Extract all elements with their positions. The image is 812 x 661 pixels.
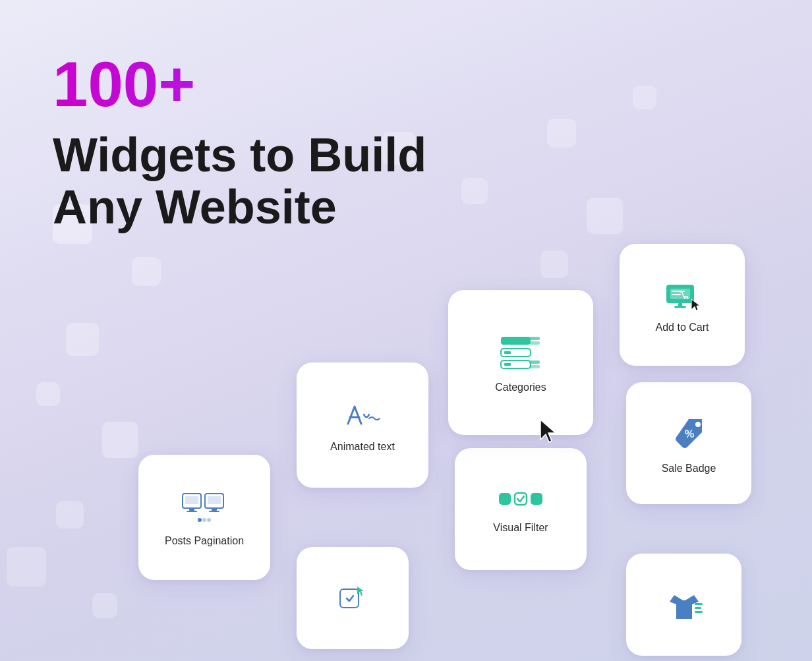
decorative-square-5 — [56, 501, 84, 529]
widget-card-bottom-right[interactable] — [626, 554, 741, 656]
svg-rect-35 — [695, 607, 701, 609]
widget-card-categories[interactable]: Categories — [448, 290, 593, 435]
tshirt-icon — [664, 590, 704, 623]
svg-rect-31 — [515, 493, 527, 505]
svg-rect-10 — [185, 496, 198, 504]
svg-point-18 — [202, 518, 206, 522]
svg-rect-11 — [189, 508, 194, 511]
svg-rect-7 — [529, 360, 540, 364]
hero-number: 100+ — [53, 53, 426, 116]
svg-rect-0 — [501, 337, 531, 345]
svg-rect-23 — [672, 294, 681, 295]
widget-card-posts-pagination[interactable]: Posts Pagination — [138, 455, 270, 580]
svg-rect-33 — [340, 589, 359, 608]
widget-card-add-to-cart[interactable]: Add to Cart — [620, 244, 745, 366]
hero-subtitle: Widgets to Build Any Website — [53, 129, 426, 233]
svg-rect-2 — [504, 351, 511, 354]
svg-rect-27 — [674, 306, 686, 308]
decorative-square-4 — [102, 422, 138, 458]
svg-rect-8 — [529, 365, 540, 368]
svg-point-24 — [683, 297, 685, 299]
categories-icon — [498, 334, 544, 374]
categories-label: Categories — [495, 382, 546, 393]
posts-pagination-icon — [181, 491, 227, 527]
decorative-square-3 — [36, 382, 60, 406]
decorative-square-1 — [132, 257, 161, 286]
decorative-square-12 — [587, 198, 623, 234]
main-container: 100+ Widgets to Build Any Website — [0, 0, 812, 661]
hero-section: 100+ Widgets to Build Any Website — [53, 53, 426, 233]
svg-point-29 — [695, 422, 701, 427]
add-to-cart-label: Add to Cart — [656, 322, 709, 333]
svg-point-17 — [198, 518, 202, 522]
decorative-square-6 — [7, 547, 46, 587]
svg-rect-12 — [187, 511, 197, 512]
svg-rect-16 — [209, 511, 219, 512]
svg-rect-34 — [695, 603, 703, 605]
widget-card-bottom-left[interactable] — [297, 547, 409, 649]
svg-rect-4 — [529, 341, 540, 345]
svg-point-19 — [207, 518, 211, 522]
visual-filter-icon — [498, 488, 544, 514]
svg-text:%: % — [685, 428, 694, 440]
decorative-square-7 — [92, 593, 117, 618]
svg-rect-22 — [672, 291, 685, 292]
svg-rect-30 — [499, 493, 511, 505]
visual-filter-label: Visual Filter — [493, 522, 548, 534]
svg-rect-6 — [504, 363, 511, 366]
decorative-square-11 — [633, 86, 656, 109]
sale-badge-label: Sale Badge — [662, 463, 716, 474]
decorative-square-13 — [540, 250, 568, 278]
decorative-square-10 — [547, 119, 576, 148]
decorative-square-9 — [461, 178, 488, 204]
decorative-square-2 — [66, 323, 99, 356]
tag-cursor-icon — [335, 581, 371, 618]
svg-rect-15 — [212, 508, 217, 511]
add-to-cart-icon — [661, 279, 704, 314]
cursor-icon — [538, 418, 562, 445]
svg-rect-32 — [531, 493, 542, 505]
widget-card-animated-text[interactable]: Animated text — [297, 362, 428, 488]
animated-text-label: Animated text — [330, 441, 395, 453]
svg-point-25 — [686, 297, 688, 299]
posts-pagination-label: Posts Pagination — [165, 535, 244, 547]
widget-card-sale-badge[interactable]: % Sale Badge — [626, 382, 751, 504]
svg-rect-3 — [529, 337, 540, 340]
animated-text-icon — [341, 400, 384, 433]
widget-card-visual-filter[interactable]: Visual Filter — [455, 448, 587, 570]
svg-rect-36 — [695, 611, 703, 613]
sale-badge-icon: % — [669, 415, 709, 455]
svg-rect-14 — [208, 496, 221, 504]
